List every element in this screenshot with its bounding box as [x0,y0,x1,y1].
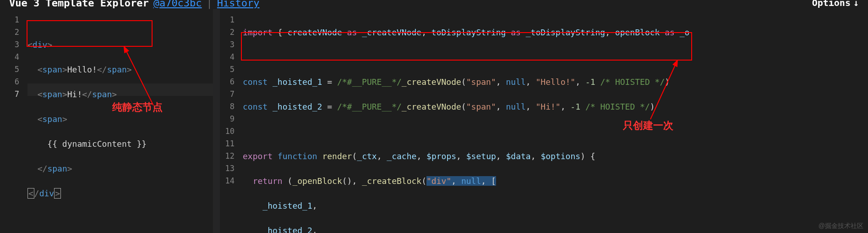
line-number: 1 [0,14,19,26]
options-label: Options [812,0,851,8]
options-toggle[interactable]: Options ↓ [812,0,859,8]
line-number: 5 [220,63,235,76]
code-line: </div> [27,187,213,200]
left-code[interactable]: <div> <span>Hello!</span> <span>Hi!</spa… [27,9,213,233]
line-number: 6 [220,76,235,88]
code-line: const _hoisted_1 = /*#__PURE__*/_createV… [243,76,868,88]
line-number: 8 [220,100,235,113]
header-left: Vue 3 Template Explorer @a70c3bc | Histo… [9,0,260,9]
commit-link[interactable]: @a70c3bc [153,0,202,9]
line-number: 4 [220,51,235,63]
code-line: <span> [27,113,213,125]
line-number: 5 [0,63,19,76]
chevron-down-icon: ↓ [853,0,859,8]
line-number: 1 [220,14,235,26]
history-link[interactable]: History [217,0,260,9]
code-line: <div> [27,39,213,51]
line-number: 2 [0,26,19,39]
separator: | [207,0,213,9]
right-gutter: 1 2 3 4 5 6 7 8 9 10 11 12 13 14 [220,9,243,233]
minimap[interactable] [213,9,220,233]
app-header: Vue 3 Template Explorer @a70c3bc | Histo… [0,0,868,9]
annotation-label: 纯静态节点 [112,101,163,113]
line-number: 2 [220,26,235,39]
editors-container: 1 2 3 4 5 6 7 <div> <span>Hello!</span> … [0,9,868,233]
code-line [243,51,868,63]
code-line [243,125,868,138]
code-line: import { createVNode as _createVNode, to… [243,26,868,39]
template-editor[interactable]: 1 2 3 4 5 6 7 <div> <span>Hello!</span> … [0,9,220,233]
line-number: 12 [220,150,235,162]
line-number: 10 [220,125,235,138]
line-number: 9 [220,113,235,125]
line-number: 14 [220,175,235,187]
code-line: export function render(_ctx, _cache, $pr… [243,150,868,162]
code-line: _hoisted_1, [243,200,868,212]
line-number: 13 [220,162,235,175]
code-line: </span> [27,162,213,175]
line-number: 11 [220,138,235,150]
left-gutter: 1 2 3 4 5 6 7 [0,9,27,233]
watermark: @掘金技术社区 [819,222,863,230]
code-line: {{ dynamicContent }} [27,138,213,150]
app-title: Vue 3 Template Explorer [9,0,149,9]
output-editor[interactable]: 1 2 3 4 5 6 7 8 9 10 11 12 13 14 import … [220,9,868,233]
code-line: return (_openBlock(), _createBlock("div"… [243,175,868,187]
code-line: const _hoisted_2 = /*#__PURE__*/_createV… [243,100,868,113]
line-number: 4 [0,51,19,63]
arrow-icon [117,46,163,110]
cursor-line [27,83,213,96]
code-line: _hoisted_2, [243,224,868,233]
line-number: 6 [0,76,19,88]
line-number: 7 [0,88,19,100]
arrow-icon [641,60,687,124]
line-number: 3 [0,39,19,51]
line-number: 3 [220,39,235,51]
line-number: 7 [220,88,235,100]
right-code[interactable]: import { createVNode as _createVNode, to… [243,9,868,233]
code-line: <span>Hello!</span> [27,63,213,76]
